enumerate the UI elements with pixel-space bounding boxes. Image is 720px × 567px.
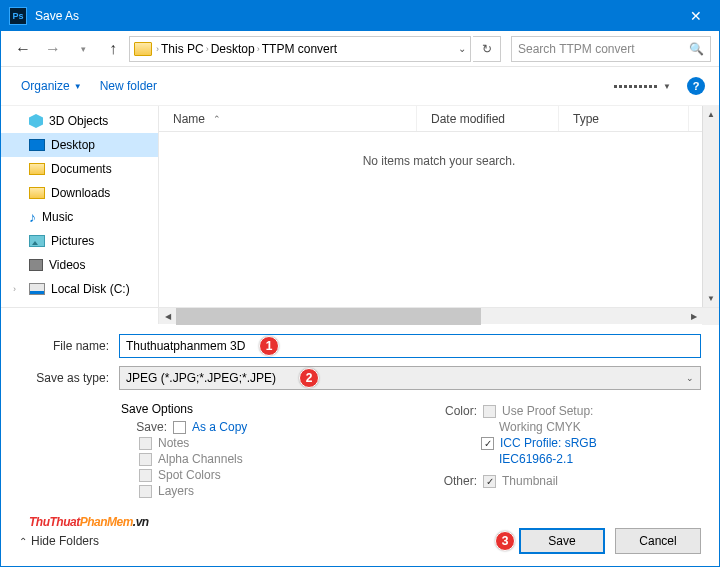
scroll-up-icon[interactable]: ▲ [703, 106, 719, 123]
checkbox [483, 405, 496, 418]
checkbox [483, 475, 496, 488]
chevron-down-icon[interactable]: ⌄ [458, 43, 466, 54]
scroll-thumb[interactable] [176, 308, 481, 325]
breadcrumb-item[interactable]: TTPM convert [262, 42, 337, 56]
sidebar-item-label: Videos [49, 258, 85, 272]
sidebar-item-3d[interactable]: 3D Objects [1, 109, 158, 133]
option-notes: Notes [121, 436, 391, 450]
scroll-right-icon[interactable]: ▶ [685, 308, 702, 325]
option-as-copy[interactable]: Save:As a Copy [121, 420, 391, 434]
option-alpha: Alpha Channels [121, 452, 391, 466]
window-title: Save As [35, 9, 673, 23]
back-icon[interactable]: ← [9, 36, 37, 62]
chevron-down-icon[interactable]: ▼ [663, 82, 671, 91]
search-icon: 🔍 [689, 42, 704, 56]
desktop-icon [29, 139, 45, 151]
empty-message: No items match your search. [159, 132, 719, 190]
chevron-up-icon: ⌃ [19, 536, 27, 547]
checkbox [139, 453, 152, 466]
pictures-icon [29, 235, 45, 247]
sidebar-item-music[interactable]: ♪Music [1, 205, 158, 229]
option-icc[interactable]: ICC Profile: sRGB [431, 436, 701, 450]
sidebar-item-label: Data (D:) [51, 306, 100, 307]
sidebar-item-videos[interactable]: Videos [1, 253, 158, 277]
view-icon[interactable] [614, 85, 657, 88]
file-list: Name⌃ Date modified Type Siz No items ma… [159, 106, 719, 307]
chevron-right-icon: › [257, 44, 260, 54]
savetype-select[interactable]: JPEG (*.JPG;*.JPEG;*.JPE) ⌄ [119, 366, 701, 390]
3d-icon [29, 114, 43, 128]
option-layers: Layers [121, 484, 391, 498]
app-icon: Ps [9, 7, 27, 25]
breadcrumb[interactable]: › This PC › Desktop › TTPM convert ⌄ [129, 36, 471, 62]
sidebar-item-label: Desktop [51, 138, 95, 152]
folder-icon [29, 187, 45, 199]
sidebar-item-label: Documents [51, 162, 112, 176]
option-icc-sub: IEC61966-2.1 [431, 452, 701, 466]
nav-bar: ← → ▾ ↑ › This PC › Desktop › TTPM conve… [1, 31, 719, 67]
organize-button[interactable]: Organize▼ [15, 75, 88, 97]
videos-icon [29, 259, 43, 271]
sidebar-item-documents[interactable]: Documents [1, 157, 158, 181]
breadcrumb-item[interactable]: Desktop [211, 42, 255, 56]
horizontal-scroll-row: ◀ ▶ [1, 307, 719, 324]
sidebar-item-downloads[interactable]: Downloads [1, 181, 158, 205]
watermark: ThuThuatPhanMem.vn [29, 506, 149, 532]
forward-icon: → [39, 36, 67, 62]
disk-icon [29, 283, 45, 295]
filename-input[interactable] [119, 334, 701, 358]
chevron-right-icon: › [206, 44, 209, 54]
chevron-right-icon: › [156, 44, 159, 54]
recent-icon[interactable]: ▾ [69, 36, 97, 62]
option-proof: Color:Use Proof Setup: [431, 404, 701, 418]
sidebar-item-localdisk[interactable]: ›Local Disk (C:) [1, 277, 158, 301]
sidebar-item-desktop[interactable]: Desktop [1, 133, 158, 157]
save-options: Save Options Save:As a Copy Notes Alpha … [1, 398, 719, 500]
scroll-left-icon[interactable]: ◀ [159, 308, 176, 325]
expand-icon[interactable]: › [13, 284, 16, 294]
toolbar: Organize▼ New folder ▼ ? [1, 67, 719, 105]
column-headers: Name⌃ Date modified Type Siz [159, 106, 719, 132]
main-area: 3D Objects Desktop Documents Downloads ♪… [1, 105, 719, 307]
checkbox[interactable] [481, 437, 494, 450]
savetype-label: Save as type: [19, 371, 119, 385]
refresh-icon[interactable]: ↻ [473, 36, 501, 62]
option-proof-sub: Working CMYK [431, 420, 701, 434]
column-type[interactable]: Type [559, 106, 689, 131]
titlebar: Ps Save As ✕ [1, 1, 719, 31]
sidebar-item-label: Local Disk (C:) [51, 282, 130, 296]
breadcrumb-item[interactable]: This PC [161, 42, 204, 56]
vertical-scrollbar[interactable]: ▲ ▼ [702, 106, 719, 307]
horizontal-scrollbar[interactable]: ◀ ▶ [159, 308, 702, 324]
help-icon[interactable]: ? [687, 77, 705, 95]
sidebar-item-label: Downloads [51, 186, 110, 200]
search-input[interactable]: Search TTPM convert 🔍 [511, 36, 711, 62]
search-placeholder: Search TTPM convert [518, 42, 689, 56]
music-icon: ♪ [29, 210, 36, 224]
close-icon[interactable]: ✕ [673, 1, 719, 31]
column-name[interactable]: Name⌃ [159, 106, 417, 131]
save-options-title: Save Options [121, 402, 391, 416]
new-folder-button[interactable]: New folder [94, 75, 163, 97]
sidebar-item-pictures[interactable]: Pictures [1, 229, 158, 253]
option-spot: Spot Colors [121, 468, 391, 482]
cancel-button[interactable]: Cancel [615, 528, 701, 554]
sidebar-item-label: Music [42, 210, 73, 224]
option-thumbnail: Other:Thumbnail [431, 474, 701, 488]
checkbox[interactable] [173, 421, 186, 434]
filename-label: File name: [19, 339, 119, 353]
checkbox [139, 485, 152, 498]
checkbox [139, 437, 152, 450]
sidebar-item-label: Pictures [51, 234, 94, 248]
sidebar: 3D Objects Desktop Documents Downloads ♪… [1, 106, 159, 307]
column-date[interactable]: Date modified [417, 106, 559, 131]
sidebar-item-data[interactable]: ›Data (D:) [1, 301, 158, 307]
folder-icon [29, 163, 45, 175]
folder-icon [134, 42, 152, 56]
hide-folders-button[interactable]: ⌃Hide Folders [19, 534, 99, 548]
save-button[interactable]: Save [519, 528, 605, 554]
sidebar-item-label: 3D Objects [49, 114, 108, 128]
sort-icon: ⌃ [213, 114, 221, 124]
up-icon[interactable]: ↑ [99, 36, 127, 62]
scroll-down-icon[interactable]: ▼ [703, 290, 719, 307]
